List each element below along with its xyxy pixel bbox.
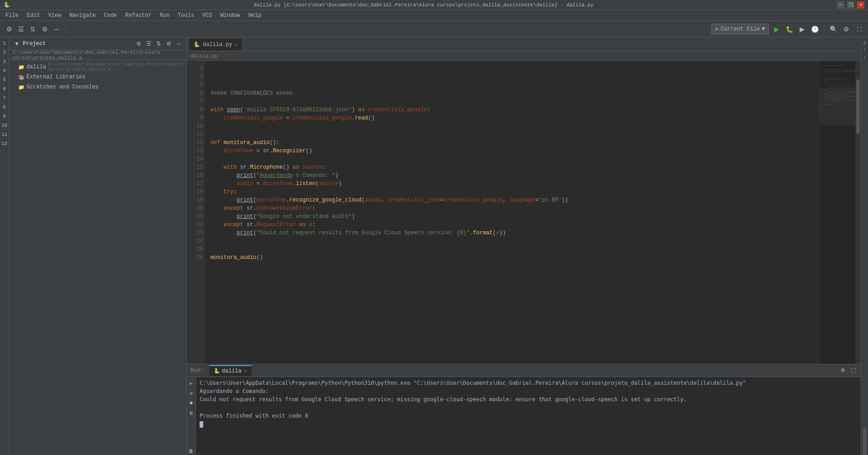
debug-button[interactable]: 🐛 <box>784 24 795 35</box>
left-icon-1[interactable]: 1 <box>0 39 9 47</box>
run-button[interactable]: ▶ <box>771 24 782 35</box>
left-icon-11[interactable]: 11 <box>0 130 9 139</box>
rs-down-icon[interactable]: ↓ <box>862 54 868 60</box>
restore-button[interactable]: ❐ <box>847 1 854 9</box>
bottom-tab-label: dalila <box>222 368 241 374</box>
left-icon-7[interactable]: 7 <box>0 94 9 102</box>
toolbar-collapse-btn[interactable]: ─ <box>51 24 62 35</box>
bottom-tab-close-icon[interactable]: ✕ <box>244 368 247 374</box>
run-play-icon[interactable]: ▶ <box>187 379 195 387</box>
tab-close-icon[interactable]: ✕ <box>235 42 238 47</box>
project-path-text: C:\Users\User\Documents\doc_Gabriel.Pere… <box>13 50 183 61</box>
clear-icon[interactable]: 🗑 <box>187 447 195 455</box>
tree-item-scratches[interactable]: 📁 Scratches and Consoles <box>9 82 186 92</box>
menu-view[interactable]: View <box>45 11 65 20</box>
project-toolbar-group: ⚙ ☰ ⇅ ⚙ ─ <box>4 24 62 35</box>
left-sidebar-icons: 1 2 3 4 5 6 7 8 9 10 11 12 <box>0 37 9 455</box>
left-icon-2[interactable]: 2 <box>0 48 9 57</box>
console-output: C:\Users\User\AppData\Local\Programs\Pyt… <box>196 377 861 455</box>
project-panel-toolbar: ▼ Project ⚙ ☰ ⇅ ⚙ ─ <box>9 37 186 50</box>
console-cursor <box>200 421 203 428</box>
line-num-7: 7 <box>189 98 203 106</box>
bottom-tab-dalila[interactable]: 🐍 dalila ✕ <box>209 365 252 376</box>
minimize-button[interactable]: ─ <box>837 1 844 9</box>
tree-item-external-libraries-label: External Libraries <box>26 74 86 80</box>
project-collapse-icon[interactable]: ─ <box>175 40 183 48</box>
console-expand-icon[interactable]: ⛶ <box>849 367 857 375</box>
line-num-22: 22 <box>189 221 203 229</box>
run-config-selector[interactable]: ▶ Current File ▼ <box>711 24 769 35</box>
bottom-side-icons: ▶ ↺ ■ ⏸ 🗑 <box>187 377 196 455</box>
menu-help[interactable]: Help <box>245 11 265 20</box>
breadcrumb-bar: dalila.py <box>187 51 861 61</box>
toolbar-gear-btn[interactable]: ⚙ <box>39 24 50 35</box>
project-sort-icon[interactable]: ⇅ <box>154 40 163 48</box>
line-num-19: 19 <box>189 196 203 204</box>
pause-icon[interactable]: ⏸ <box>187 409 195 417</box>
run-tab-icon: 🐍 <box>214 368 220 374</box>
line-num-23: 23 <box>189 229 203 237</box>
menu-edit[interactable]: Edit <box>23 11 44 20</box>
left-icon-4[interactable]: 4 <box>0 67 9 75</box>
toolbar-list-btn[interactable]: ☰ <box>15 24 26 35</box>
tree-item-scratches-label: Scratches and Consoles <box>26 84 98 90</box>
tree-item-dalila[interactable]: 📁 dalila C:\Users\User\Documents\doc_Gab… <box>9 62 186 72</box>
title-bar-title: dalila.py [C:\Users\User\Documents\doc_G… <box>10 2 837 8</box>
rs-warnings-icon[interactable]: △ <box>862 39 868 46</box>
menu-file[interactable]: File <box>2 11 22 20</box>
left-icon-12[interactable]: 12 <box>0 140 9 148</box>
menu-navigate[interactable]: Navigate <box>66 11 99 20</box>
line-num-10: 10 <box>189 122 203 130</box>
rerun-icon[interactable]: ↺ <box>187 389 195 397</box>
console-line-1: C:\Users\User\AppData\Local\Programs\Pyt… <box>200 379 857 387</box>
scrollbar-thumb[interactable] <box>856 79 860 134</box>
code-line-16: audio = microfone.listen(source) <box>211 181 342 187</box>
tree-item-external-libraries[interactable]: 📚 External Libraries <box>9 72 186 82</box>
toolbar-sort-btn[interactable]: ⇅ <box>27 24 38 35</box>
search-everywhere-button[interactable]: 🔍 <box>828 24 839 35</box>
bottom-tab-bar: Run: 🐍 dalila ✕ ⚙ ⛶ <box>187 364 861 377</box>
menu-refactor[interactable]: Refactor <box>122 11 155 20</box>
code-line-22: print("Could not request results from Go… <box>211 230 506 236</box>
left-icon-8[interactable]: 8 <box>0 103 9 111</box>
project-expand-btn[interactable]: ▼ <box>13 40 21 48</box>
coverage-button[interactable]: ▶ <box>796 24 807 35</box>
console-line-5: Process finished with exit code 0 <box>200 412 857 420</box>
line-numbers: 3 4 5 6 7 8 9 10 11 12 13 14 15 16 17 18 <box>187 61 205 364</box>
line-num-6: 6 <box>189 89 203 98</box>
menu-run[interactable]: Run <box>156 11 173 20</box>
editor-tab-dalila[interactable]: 🐍 dalila.py ✕ <box>189 38 243 51</box>
left-icon-6[interactable]: 6 <box>0 85 9 93</box>
main-layout: 1 2 3 4 5 6 7 8 9 10 11 12 ▼ Project ⚙ ☰… <box>0 37 868 455</box>
menu-code[interactable]: Code <box>100 11 121 20</box>
right-sidebar: △ ↑ ↓ <box>861 37 868 455</box>
settings-button[interactable]: ⚙ <box>841 24 852 35</box>
profile-button[interactable]: 🕐 <box>809 24 820 35</box>
editor-scrollbar[interactable] <box>855 61 861 364</box>
left-icon-9[interactable]: 9 <box>0 112 9 120</box>
console-cursor-line <box>200 420 857 428</box>
project-gear-icon[interactable]: ⚙ <box>164 40 173 48</box>
left-icon-10[interactable]: 10 <box>0 121 9 129</box>
console-settings-icon[interactable]: ⚙ <box>839 367 847 375</box>
project-list-icon[interactable]: ☰ <box>144 40 153 48</box>
toolbar-settings-btn[interactable]: ⚙ <box>4 24 15 35</box>
left-icon-3[interactable]: 3 <box>0 57 9 66</box>
code-line-15: print("Aguardando o Comando: ") <box>211 172 339 179</box>
close-button[interactable]: ✕ <box>857 1 864 9</box>
rs-up-icon[interactable]: ↑ <box>862 47 868 53</box>
menu-window[interactable]: Window <box>217 11 244 20</box>
project-tree: 📁 dalila C:\Users\User\Documents\doc_Gab… <box>9 60 186 455</box>
menu-vcs[interactable]: VCS <box>199 11 216 20</box>
stop-icon[interactable]: ■ <box>187 399 195 407</box>
toolbar-separator <box>66 25 66 34</box>
menu-tools[interactable]: Tools <box>174 11 198 20</box>
code-line-5: ##### CONFIGURAÇÕES ##### <box>211 90 293 97</box>
line-num-26: 26 <box>189 253 203 262</box>
line-num-16: 16 <box>189 171 203 180</box>
expand-button[interactable]: ⛶ <box>853 24 864 35</box>
left-icon-5[interactable]: 5 <box>0 76 9 84</box>
project-settings-icon[interactable]: ⚙ <box>134 40 143 48</box>
line-num-17: 17 <box>189 180 203 188</box>
code-editor[interactable]: 3 4 5 6 7 8 9 10 11 12 13 14 15 16 17 18 <box>187 61 861 364</box>
